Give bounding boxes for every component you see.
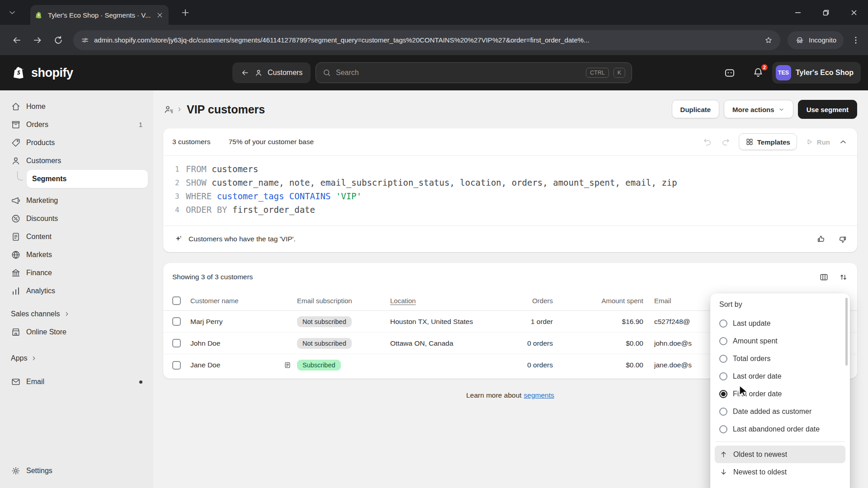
search-icon	[322, 68, 331, 77]
sidebar-item-orders[interactable]: Orders1	[5, 116, 148, 134]
sidebar-item-finance[interactable]: Finance	[5, 264, 148, 282]
analytics-icon	[11, 286, 21, 296]
tab-title: Tyler's Eco Shop · Segments · V...	[48, 11, 151, 19]
radio-unchecked-icon[interactable]	[719, 319, 727, 328]
run-button[interactable]: Run	[805, 138, 830, 146]
window-restore-button[interactable]	[812, 0, 840, 25]
segments-link[interactable]: segments	[524, 391, 554, 399]
restore-icon	[821, 8, 830, 17]
query-line: 3WHERE customer_tags CONTAINS 'VIP'	[163, 189, 857, 203]
undo-icon[interactable]	[703, 137, 712, 147]
address-bar[interactable]: admin.shopify.com/store/jy63jq-dc/custom…	[73, 30, 780, 50]
url-text[interactable]: admin.shopify.com/store/jy63jq-dc/custom…	[94, 36, 760, 44]
segments-breadcrumb-icon[interactable]	[163, 104, 174, 115]
sort-option-total-orders[interactable]: Total orders	[715, 350, 845, 367]
new-tab-button[interactable]	[180, 7, 191, 18]
customer-name-link[interactable]: Marj Perry	[190, 318, 222, 326]
column-header-location[interactable]: Location	[390, 297, 506, 305]
column-header-amount-spent[interactable]: Amount spent	[553, 297, 643, 305]
redo-icon[interactable]	[721, 137, 731, 147]
sort-option-date-added-as-customer[interactable]: Date added as customer	[715, 403, 845, 420]
collapse-editor-icon[interactable]	[838, 137, 848, 147]
subscription-badge: Subscribed	[297, 360, 341, 371]
edit-columns-icon[interactable]	[819, 272, 829, 282]
shopify-logo[interactable]: shopify	[12, 65, 73, 80]
tab-close-icon[interactable]	[156, 11, 164, 19]
segment-query-editor[interactable]: 1FROM customers2SHOW customer_name, note…	[163, 156, 857, 225]
store-icon	[11, 327, 21, 337]
sidebar-item-products[interactable]: Products	[5, 134, 148, 152]
back-to-customers-chip[interactable]: Customers	[232, 62, 311, 83]
reload-button[interactable]	[53, 35, 64, 46]
sidebar-item-customers[interactable]: Customers	[5, 152, 148, 170]
column-header-email-subscription[interactable]: Email subscription	[297, 297, 390, 305]
popover-scrollbar[interactable]	[845, 298, 848, 366]
customers-chip-label: Customers	[268, 69, 302, 77]
sidebar-item-marketing[interactable]: Marketing	[5, 192, 148, 210]
column-header-orders[interactable]: Orders	[506, 297, 553, 305]
sort-option-last-order-date[interactable]: Last order date	[715, 367, 845, 385]
sort-direction-oldest-to-newest[interactable]: Oldest to newest	[715, 446, 845, 463]
forward-button[interactable]	[32, 35, 43, 46]
sidebar-section-sales-channels[interactable]: Sales channels	[5, 305, 148, 323]
row-checkbox[interactable]	[172, 317, 181, 326]
window-minimize-button[interactable]	[784, 0, 812, 25]
customer-name-link[interactable]: Jane Doe	[190, 361, 220, 369]
products-icon	[11, 138, 21, 148]
radio-unchecked-icon[interactable]	[719, 355, 727, 363]
thumbs-down-icon[interactable]	[838, 235, 847, 244]
sort-option-amount-spent[interactable]: Amount spent	[715, 332, 845, 350]
segment-percentage: 75% of your customer base	[228, 138, 314, 146]
sort-option-first-order-date[interactable]: First order date	[715, 385, 845, 403]
sort-option-last-update[interactable]: Last update	[715, 314, 845, 332]
sort-icon[interactable]	[839, 272, 848, 282]
content-icon	[11, 232, 21, 242]
notifications-bell[interactable]: 2	[752, 66, 764, 79]
site-info-icon[interactable]	[80, 36, 90, 45]
select-all-checkbox[interactable]	[172, 296, 181, 305]
sidebar-item-email[interactable]: Email	[5, 373, 148, 391]
sort-direction-newest-to-oldest[interactable]: Newest to oldest	[715, 463, 845, 481]
sidebar-item-settings[interactable]: Settings	[5, 462, 148, 480]
radio-checked-icon[interactable]	[719, 390, 727, 398]
sidebar-item-home[interactable]: Home	[5, 98, 148, 116]
sidebar-item-markets[interactable]: Markets	[5, 246, 148, 264]
column-header-customer-name[interactable]: Customer name	[190, 297, 297, 305]
row-checkbox[interactable]	[172, 361, 181, 370]
browser-menu-icon[interactable]	[851, 35, 861, 45]
sidebar-item-segments[interactable]: Segments	[27, 170, 148, 188]
sidebar-item-analytics[interactable]: Analytics	[5, 282, 148, 300]
row-checkbox[interactable]	[172, 339, 181, 347]
radio-unchecked-icon[interactable]	[719, 408, 727, 416]
thumbs-up-icon[interactable]	[816, 235, 826, 244]
templates-icon	[745, 138, 754, 146]
radio-unchecked-icon[interactable]	[719, 372, 727, 380]
window-close-button[interactable]	[840, 0, 868, 25]
duplicate-button[interactable]: Duplicate	[672, 100, 720, 119]
customer-name-link[interactable]: John Doe	[190, 339, 220, 347]
query-line: 4ORDER BY first_order_date	[163, 203, 857, 216]
sort-option-last-abandoned-order-date[interactable]: Last abandoned order date	[715, 420, 845, 438]
more-actions-button[interactable]: More actions	[724, 100, 793, 119]
sidebar-item-online-store[interactable]: Online Store	[5, 323, 148, 341]
line-number: 1	[163, 165, 183, 174]
subscription-badge: Not subscribed	[297, 338, 352, 349]
sidebar-section-apps[interactable]: Apps	[5, 349, 148, 367]
assistant-icon[interactable]	[723, 66, 736, 79]
global-search[interactable]: Search CTRL K	[316, 62, 632, 83]
close-icon	[849, 8, 859, 17]
chevron-down-icon	[778, 106, 785, 113]
tab-list-chevron-icon[interactable]	[7, 8, 17, 18]
store-menu[interactable]: TES Tyler's Eco Shop	[772, 62, 861, 84]
customers-icon	[11, 156, 21, 166]
shopify-bag-icon	[12, 65, 27, 80]
sidebar-item-content[interactable]: Content	[5, 228, 148, 246]
use-segment-button[interactable]: Use segment	[798, 100, 857, 119]
radio-unchecked-icon[interactable]	[719, 425, 727, 433]
sidebar-item-discounts[interactable]: Discounts	[5, 210, 148, 228]
radio-unchecked-icon[interactable]	[719, 337, 727, 345]
templates-button[interactable]: Templates	[739, 133, 797, 150]
back-button[interactable]	[11, 35, 22, 46]
bookmark-star-icon[interactable]	[764, 36, 773, 45]
browser-tab[interactable]: Tyler's Eco Shop · Segments · V...	[30, 5, 169, 25]
